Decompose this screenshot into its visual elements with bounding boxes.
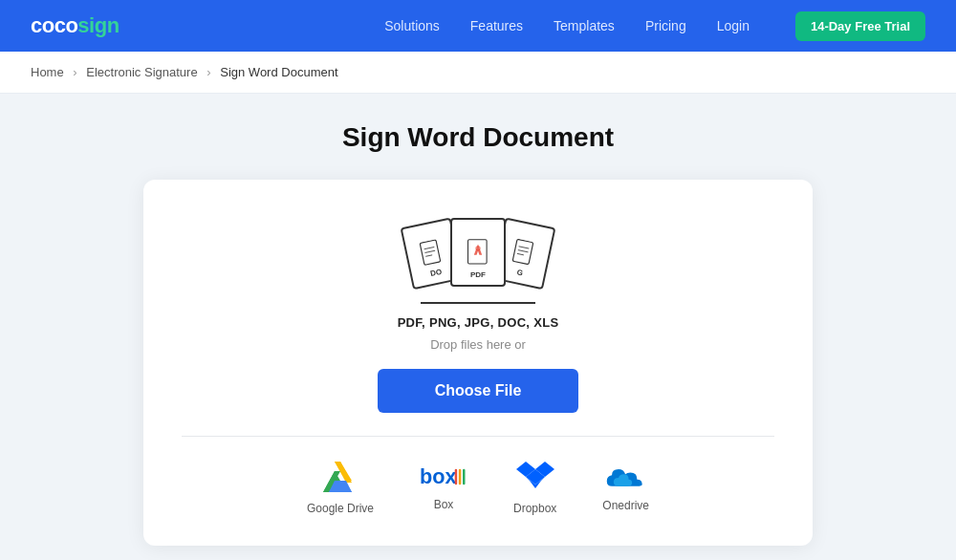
svg-text:box: box	[420, 464, 457, 488]
main-content: Sign Word Document DO	[0, 94, 956, 560]
svg-rect-19	[459, 469, 462, 485]
header: cocosign Solutions Features Templates Pr…	[0, 0, 956, 52]
cloud-services: Google Drive box Box	[307, 460, 649, 515]
choose-file-button[interactable]: Choose File	[378, 369, 579, 413]
trial-button[interactable]: 14-Day Free Trial	[795, 11, 925, 41]
breadcrumb-electronic-signature[interactable]: Electronic Signature	[86, 65, 197, 79]
breadcrumb-current: Sign Word Document	[220, 65, 337, 79]
upload-card: DO PDF G	[143, 180, 813, 546]
divider	[182, 436, 774, 437]
nav-login[interactable]: Login	[717, 18, 750, 33]
svg-rect-20	[463, 469, 466, 485]
doc-label-left: DO	[429, 268, 443, 278]
nav-solutions[interactable]: Solutions	[384, 18, 440, 33]
dropbox-label: Dropbox	[513, 502, 556, 515]
google-drive-label: Google Drive	[307, 502, 374, 515]
breadcrumb-home[interactable]: Home	[31, 65, 64, 79]
onedrive-icon	[605, 463, 647, 491]
google-drive-item[interactable]: Google Drive	[307, 460, 374, 515]
onedrive-item[interactable]: Onedrive	[602, 463, 649, 512]
logo-coco: coco	[31, 13, 77, 38]
dropbox-icon	[516, 460, 554, 494]
page-title: Sign Word Document	[342, 122, 614, 153]
box-label: Box	[434, 498, 454, 511]
svg-rect-6	[512, 239, 533, 264]
google-drive-icon	[321, 460, 359, 494]
breadcrumb-sep-2: ›	[206, 65, 210, 79]
logo: cocosign	[31, 13, 120, 38]
box-item[interactable]: box Box	[420, 463, 467, 511]
file-icon-group: DO PDF G	[399, 218, 557, 287]
dropbox-item[interactable]: Dropbox	[513, 460, 556, 515]
drop-text: Drop files here or	[430, 337, 526, 352]
main-nav: Solutions Features Templates Pricing Log…	[384, 11, 925, 41]
doc-label-center: PDF	[470, 270, 486, 279]
nav-features[interactable]: Features	[470, 18, 523, 33]
doc-label-right: G	[516, 268, 524, 277]
nav-pricing[interactable]: Pricing	[645, 18, 686, 33]
onedrive-label: Onedrive	[602, 499, 649, 512]
file-types-label: PDF, PNG, JPG, DOC, XLS	[398, 315, 559, 330]
svg-rect-18	[455, 469, 458, 485]
breadcrumb: Home › Electronic Signature › Sign Word …	[0, 52, 956, 94]
breadcrumb-sep-1: ›	[73, 65, 76, 79]
icon-underline	[421, 302, 535, 304]
doc-icon-center: PDF	[450, 218, 506, 287]
box-icon: box	[420, 463, 467, 490]
logo-sign: sign	[77, 13, 119, 38]
nav-templates[interactable]: Templates	[554, 18, 615, 33]
svg-rect-0	[420, 240, 441, 265]
